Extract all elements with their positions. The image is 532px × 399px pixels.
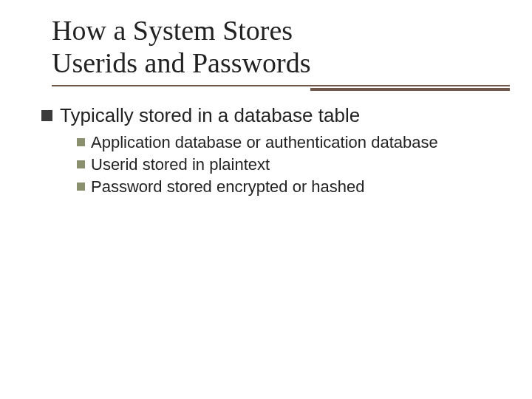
slide-title-line2: Userids and Passwords [52,47,532,80]
bullet-lvl2: Application database or authentication d… [77,132,532,154]
slide-title-line1: How a System Stores [52,15,532,47]
divider-accent [310,88,510,91]
square-bullet-icon [77,183,85,191]
sub-bullets: Application database or authentication d… [41,132,532,197]
slide-body: Typically stored in a database table App… [0,91,532,197]
bullet-lvl2: Password stored encrypted or hashed [77,176,532,198]
divider-line [52,85,510,86]
bullet-lvl1: Typically stored in a database table [41,104,532,127]
square-bullet-icon [77,138,85,146]
square-bullet-icon [41,110,52,121]
bullet-lvl2: Userid stored in plaintext [77,154,532,176]
bullet-lvl2-text: Password stored encrypted or hashed [91,176,365,198]
bullet-lvl2-text: Userid stored in plaintext [91,154,270,176]
slide-title-block: How a System Stores Userids and Password… [0,0,532,79]
bullet-lvl1-text: Typically stored in a database table [60,104,360,127]
title-underline [52,85,510,91]
bullet-lvl2-text: Application database or authentication d… [91,132,438,154]
square-bullet-icon [77,160,85,168]
